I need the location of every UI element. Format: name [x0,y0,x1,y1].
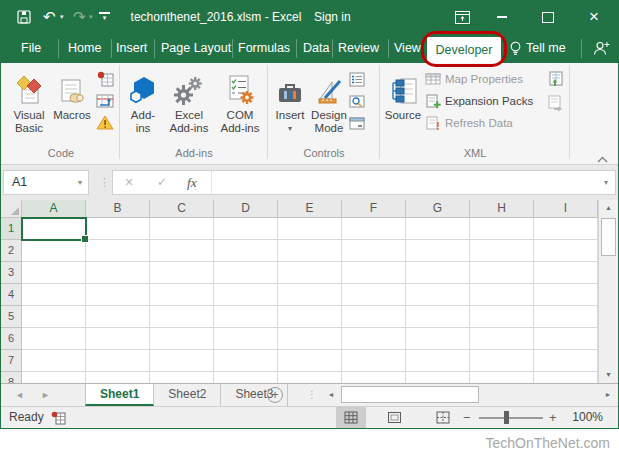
row-header-8[interactable]: 8 [1,372,22,383]
cell-B7[interactable] [86,350,150,372]
sign-in-button[interactable]: Sign in [314,1,351,33]
cell-E8[interactable] [278,372,342,383]
cell-F7[interactable] [342,350,406,372]
cell-E4[interactable] [278,284,342,306]
cell-D4[interactable] [214,284,278,306]
cell-E6[interactable] [278,328,342,350]
cell-I4[interactable] [534,284,598,306]
scroll-left-button[interactable]: ◄ [323,386,339,404]
record-macro-button[interactable] [95,69,115,89]
redo-button[interactable]: ↷ [73,1,86,33]
previous-sheet-button[interactable]: ◄ [15,384,24,406]
export-button[interactable] [545,93,565,113]
ribbon-display-options-button[interactable] [451,1,473,33]
column-header-I[interactable]: I [534,200,598,218]
cell-D6[interactable] [214,328,278,350]
tab-home[interactable]: Home [68,33,101,63]
insert-control-button[interactable]: Insert▾ [272,67,308,159]
cell-B6[interactable] [86,328,150,350]
cell-H7[interactable] [470,350,534,372]
row-header-1[interactable]: 1 [1,218,22,240]
select-all-button[interactable] [1,200,22,218]
horizontal-scrollbar-thumb[interactable] [341,386,479,403]
cell-I8[interactable] [534,372,598,383]
save-icon[interactable] [17,10,31,28]
column-header-C[interactable]: C [150,200,214,218]
sheet-tab-sheet1[interactable]: Sheet1 [85,384,154,406]
cell-A3[interactable] [22,262,86,284]
next-sheet-button[interactable]: ► [41,384,50,406]
row-header-2[interactable]: 2 [1,240,22,262]
redo-dropdown-arrow[interactable]: ▾ [89,1,93,33]
new-sheet-button[interactable]: + [267,387,283,403]
run-dialog-button[interactable] [347,113,367,133]
use-relative-references-button[interactable] [95,91,115,111]
tab-developer-active[interactable]: Developer [427,37,501,63]
cell-A5[interactable] [22,306,86,328]
horizontal-scrollbar[interactable]: ◄ ► [323,386,616,404]
cell-H8[interactable] [470,372,534,383]
cell-G4[interactable] [406,284,470,306]
cell-A2[interactable] [22,240,86,262]
cell-D5[interactable] [214,306,278,328]
page-layout-view-button[interactable] [379,407,409,428]
tab-insert[interactable]: Insert [116,33,147,63]
cell-H3[interactable] [470,262,534,284]
cell-C6[interactable] [150,328,214,350]
column-header-F[interactable]: F [342,200,406,218]
cell-F1[interactable] [342,218,406,240]
cell-F4[interactable] [342,284,406,306]
undo-button[interactable]: ↶ [43,1,56,33]
source-button[interactable]: Source [383,67,423,159]
cell-C7[interactable] [150,350,214,372]
row-header-4[interactable]: 4 [1,284,22,306]
expand-formula-bar-icon[interactable]: ▾ [604,171,608,194]
cell-B2[interactable] [86,240,150,262]
maximize-button[interactable] [537,1,559,33]
cell-C8[interactable] [150,372,214,383]
cancel-icon[interactable]: × [125,171,133,194]
page-break-preview-button[interactable] [428,407,458,428]
map-properties-button[interactable]: Map Properties [425,70,523,88]
cell-D7[interactable] [214,350,278,372]
cell-G5[interactable] [406,306,470,328]
com-add-ins-button[interactable]: COMAdd-ins [215,67,265,159]
cell-D8[interactable] [214,372,278,383]
tab-formulas[interactable]: Formulas [238,33,290,63]
cell-E7[interactable] [278,350,342,372]
scroll-right-button[interactable]: ► [600,386,616,404]
excel-add-ins-button[interactable]: ExcelAdd-ins [164,67,214,159]
cell-D1[interactable] [214,218,278,240]
tab-review[interactable]: Review [338,33,379,63]
sheet-tab-sheet2[interactable]: Sheet2 [154,384,221,406]
cell-F8[interactable] [342,372,406,383]
cell-I7[interactable] [534,350,598,372]
column-header-B[interactable]: B [86,200,150,218]
undo-dropdown-arrow[interactable]: ▾ [60,1,64,33]
tab-file[interactable]: File [21,33,41,63]
cell-B3[interactable] [86,262,150,284]
cell-D2[interactable] [214,240,278,262]
tell-me-button[interactable]: Tell me [526,33,566,63]
cell-G2[interactable] [406,240,470,262]
cell-C4[interactable] [150,284,214,306]
view-code-button[interactable] [347,91,367,111]
zoom-in-button[interactable]: + [549,407,557,428]
selected-cell-a1-outline[interactable] [21,217,87,241]
cell-G6[interactable] [406,328,470,350]
cell-H4[interactable] [470,284,534,306]
cell-D3[interactable] [214,262,278,284]
zoom-level-value[interactable]: 100% [561,407,603,428]
cell-B4[interactable] [86,284,150,306]
close-button[interactable]: × [583,1,605,33]
cell-E1[interactable] [278,218,342,240]
cell-I3[interactable] [534,262,598,284]
tab-page-layout[interactable]: Page Layout [161,33,231,63]
formula-bar-grip-dots[interactable]: ⋮ [99,170,110,195]
vertical-scrollbar-thumb[interactable] [601,218,616,256]
import-button[interactable] [545,69,565,89]
add-ins-button[interactable]: Add-ins [123,67,163,159]
name-box-dropdown-icon[interactable]: ▾ [78,171,82,194]
macros-button[interactable]: Macros [51,67,93,159]
cell-F6[interactable] [342,328,406,350]
